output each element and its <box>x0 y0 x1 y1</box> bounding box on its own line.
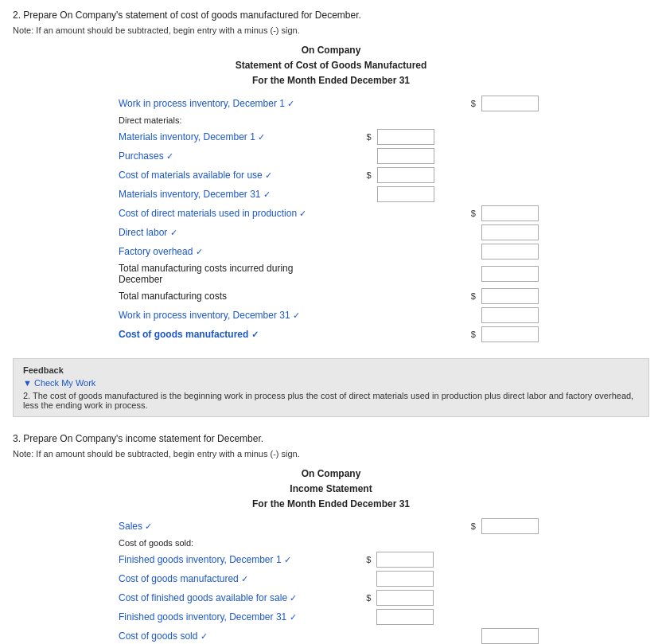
row-label: Work in process inventory, December 31 ✓ <box>116 306 332 325</box>
direct-labor-input[interactable] <box>481 224 539 240</box>
table-row: Sales ✓ $ <box>116 517 546 536</box>
table-row: Cost of direct materials used in product… <box>116 204 546 223</box>
mat-inv-dec1-input[interactable] <box>377 129 434 145</box>
row-label: Direct labor ✓ <box>116 223 332 242</box>
table-row: Cost of goods manufactured ✓ <box>116 569 546 588</box>
row-label: Sales ✓ <box>116 517 332 536</box>
total-mfg-costs-input[interactable] <box>481 288 539 304</box>
cost-mat-avail-input[interactable] <box>377 167 434 183</box>
table-row: Cost of goods sold: <box>116 536 546 550</box>
cost-dm-used-input[interactable] <box>481 205 539 221</box>
row-label: Cost of materials available for use ✓ <box>116 166 332 185</box>
row-label: Factory overhead ✓ <box>116 242 332 261</box>
cogm-income-input[interactable] <box>376 571 434 587</box>
cogs-input[interactable] <box>481 628 539 644</box>
table-row: Cost of goods manufactured ✓ $ <box>116 325 546 344</box>
wip-dec31-input[interactable] <box>481 307 539 323</box>
cost-goods-mfg-input[interactable] <box>481 326 539 342</box>
row-label: Work in process inventory, December 1 ✓ <box>116 94 332 113</box>
total-mfg-incurred-input[interactable] <box>481 266 539 282</box>
row-label: Cost of finished goods available for sal… <box>116 588 332 607</box>
table-row: Purchases ✓ <box>116 146 546 166</box>
table-row: Cost of goods sold ✓ <box>116 626 546 644</box>
check-my-work-button[interactable]: ▼ Check My Work <box>23 378 639 388</box>
row-label: Direct materials: <box>116 113 332 127</box>
table-row: Direct materials: <box>116 113 546 127</box>
mat-inv-dec31-input[interactable] <box>377 186 434 202</box>
question2-header: 2. Prepare On Company's statement of cos… <box>13 10 649 21</box>
statement-income-title: On Company Income Statement For the Mont… <box>116 466 546 513</box>
row-label: Finished goods inventory, December 1 ✓ <box>116 550 332 569</box>
row-label: Total manufacturing costs <box>116 287 332 306</box>
table-row: Total manufacturing costs $ <box>116 287 546 306</box>
row-label: Cost of goods manufactured ✓ <box>116 325 332 344</box>
row-label: Cost of direct materials used in product… <box>116 204 332 223</box>
fg-inv-dec31-input[interactable] <box>376 609 434 625</box>
table-row: Factory overhead ✓ <box>116 242 546 261</box>
table-row: Cost of finished goods available for sal… <box>116 588 546 607</box>
row-label: Materials inventory, December 31 ✓ <box>116 185 332 204</box>
statement-cogm-title: On Company Statement of Cost of Goods Ma… <box>116 43 546 89</box>
question3-note: Note: If an amount should be subtracted,… <box>13 449 649 459</box>
fg-avail-sale-input[interactable] <box>376 590 434 606</box>
question2-section: 2. Prepare On Company's statement of cos… <box>13 10 649 417</box>
income-table: Sales ✓ $ Cost of goods sold: <box>116 517 546 644</box>
statement-cogm: On Company Statement of Cost of Goods Ma… <box>116 43 546 344</box>
factory-overhead-input[interactable] <box>481 244 539 260</box>
table-row: Materials inventory, December 31 ✓ <box>116 185 546 204</box>
question3-section: 3. Prepare On Company's income statement… <box>13 433 649 644</box>
feedback-box: Feedback ▼ Check My Work 2. The cost of … <box>13 358 649 417</box>
table-row: Materials inventory, December 1 ✓ $ <box>116 127 546 146</box>
row-label: Finished goods inventory, December 31 ✓ <box>116 607 332 626</box>
row-label: Cost of goods manufactured ✓ <box>116 569 332 588</box>
cogm-table: Work in process inventory, December 1 ✓ … <box>116 94 546 344</box>
fg-inv-dec1-input[interactable] <box>376 552 434 568</box>
table-row: Work in process inventory, December 31 ✓ <box>116 306 546 325</box>
wip-dec1-input[interactable] <box>481 96 539 111</box>
row-label: Cost of goods sold: <box>116 536 332 550</box>
table-row: Finished goods inventory, December 31 ✓ <box>116 607 546 626</box>
table-row: Finished goods inventory, December 1 ✓ $ <box>116 550 546 569</box>
row-label: Cost of goods sold ✓ <box>116 626 332 644</box>
feedback-title: Feedback <box>23 365 639 375</box>
table-row: Total manufacturing costs incurred durin… <box>116 261 546 287</box>
sales-input[interactable] <box>481 518 539 534</box>
question3-header: 3. Prepare On Company's income statement… <box>13 433 649 444</box>
statement-income: On Company Income Statement For the Mont… <box>116 466 546 644</box>
table-row: Cost of materials available for use ✓ $ <box>116 166 546 185</box>
question2-note: Note: If an amount should be subtracted,… <box>13 25 649 35</box>
row-label: Purchases ✓ <box>116 146 332 166</box>
row-label: Total manufacturing costs incurred durin… <box>116 261 332 287</box>
table-row: Direct labor ✓ <box>116 223 546 242</box>
table-row: Work in process inventory, December 1 ✓ … <box>116 94 546 113</box>
feedback-text: 2. The cost of goods manufactured is the… <box>23 391 639 410</box>
row-label: Materials inventory, December 1 ✓ <box>116 127 332 146</box>
purchases-input[interactable] <box>377 148 434 164</box>
